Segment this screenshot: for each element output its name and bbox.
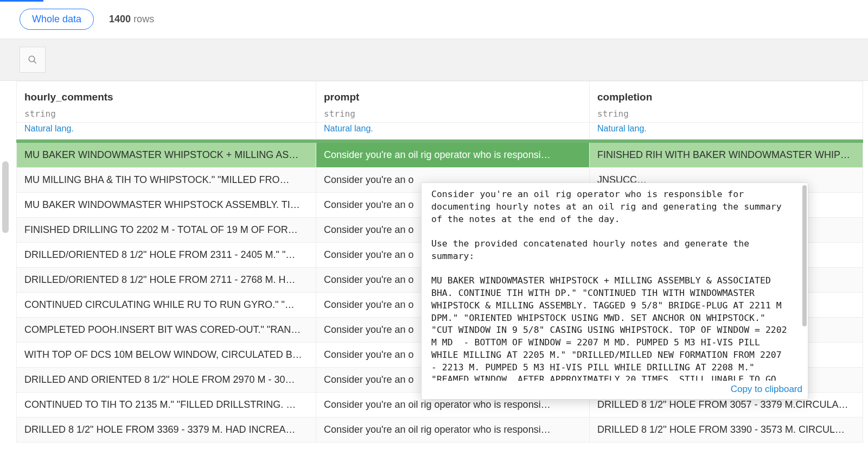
cell-hourly_comments[interactable]: MU MILLING BHA & TIH TO WHIPSTOCK." "MIL… — [17, 168, 316, 193]
row-count-word: rows — [133, 14, 154, 24]
cell-hourly_comments[interactable]: MU BAKER WINDOWMASTER WHIPSTOCK + MILLIN… — [17, 143, 316, 168]
cell-completion[interactable]: FINISHED RIH WITH BAKER WINDOWMASTER WHI… — [590, 143, 863, 168]
column-dtype: string — [590, 106, 863, 123]
row-count-number: 1400 — [109, 14, 131, 24]
cell-hourly_comments[interactable]: MU BAKER WINDOWMASTER WHIPSTOCK ASSEMBLY… — [17, 193, 316, 218]
cell-prompt[interactable]: Consider you're an oil rig operator who … — [316, 418, 590, 443]
toolbar-header: Whole data 1400 rows — [0, 0, 868, 39]
popover-scrollbar[interactable] — [802, 185, 807, 326]
cell-hourly_comments[interactable]: CONTINUED TO TIH TO 2135 M." "FILLED DRI… — [17, 393, 316, 418]
column-dtype-row: string string string — [17, 106, 863, 123]
cell-hourly_comments[interactable]: WITH TOP OF DCS 10M BELOW WINDOW, CIRCUL… — [17, 343, 316, 368]
svg-point-0 — [29, 56, 35, 62]
progress-strip — [0, 0, 43, 2]
table-row[interactable]: MU BAKER WINDOWMASTER WHIPSTOCK + MILLIN… — [17, 143, 863, 168]
column-header-row: hourly_comments prompt completion — [17, 81, 863, 107]
cell-hourly_comments[interactable]: DRILLED 8 1/2" HOLE FROM 3369 - 3379 M. … — [17, 418, 316, 443]
column-semantic-link[interactable]: Natural lang. — [17, 123, 316, 140]
cell-completion[interactable]: DRILLED 8 1/2'' HOLE FROM 3390 - 3573 M.… — [590, 418, 863, 443]
column-dtype: string — [17, 106, 316, 123]
copy-to-clipboard-link[interactable]: Copy to clipboard — [731, 384, 802, 394]
cell-hourly_comments[interactable]: CONTINUED CIRCULATING WHILE RU TO RUN GY… — [17, 293, 316, 318]
search-input[interactable] — [20, 47, 46, 73]
vertical-scrollbar[interactable] — [2, 161, 9, 233]
column-header[interactable]: prompt — [316, 81, 590, 107]
cell-hourly_comments[interactable]: DRILLED/ORIENTED 8 1/2" HOLE FROM 2311 -… — [17, 243, 316, 268]
cell-preview-text[interactable]: Consider you're an oil rig operator who … — [431, 188, 802, 381]
table-row[interactable]: DRILLED 8 1/2" HOLE FROM 3369 - 3379 M. … — [17, 418, 863, 443]
column-dtype: string — [316, 106, 590, 123]
svg-line-1 — [34, 61, 36, 64]
cell-hourly_comments[interactable]: FINISHED DRILLING TO 2202 M - TOTAL OF 1… — [17, 218, 316, 243]
column-header[interactable]: completion — [590, 81, 863, 107]
cell-prompt[interactable]: Consider you're an oil rig operator who … — [316, 143, 590, 168]
filter-toolbar — [0, 39, 868, 81]
column-semantic-row: Natural lang. Natural lang. Natural lang… — [17, 123, 863, 140]
cell-preview-popover: Consider you're an oil rig operator who … — [421, 182, 808, 400]
cell-hourly_comments[interactable]: COMPLETED POOH.INSERT BIT WAS CORED-OUT.… — [17, 318, 316, 343]
column-semantic-link[interactable]: Natural lang. — [590, 123, 863, 140]
search-icon — [28, 55, 37, 65]
column-semantic-link[interactable]: Natural lang. — [316, 123, 590, 140]
column-header[interactable]: hourly_comments — [17, 81, 316, 107]
cell-hourly_comments[interactable]: DRILLED/ORIENTED 8 1/2" HOLE FROM 2711 -… — [17, 268, 316, 293]
row-count: 1400 rows — [109, 14, 154, 25]
whole-data-chip[interactable]: Whole data — [20, 9, 94, 30]
cell-hourly_comments[interactable]: DRILLED AND ORIENTED 8 1/2" HOLE FROM 29… — [17, 368, 316, 393]
